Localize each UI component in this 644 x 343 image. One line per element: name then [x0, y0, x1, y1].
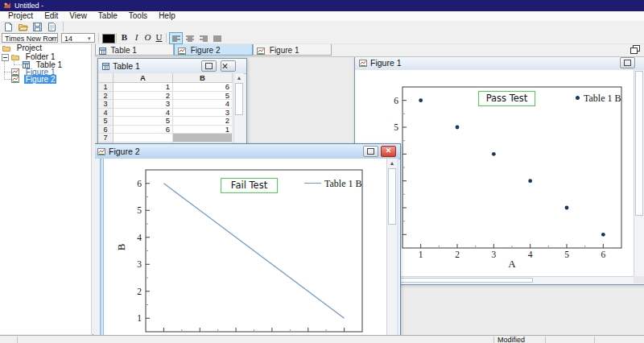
cell-b2[interactable]: 5 — [173, 92, 233, 101]
align-right-icon — [200, 35, 208, 42]
scroll-up-icon[interactable]: ▲ — [234, 73, 244, 82]
row-header[interactable]: 5 — [98, 117, 114, 126]
tree-connector — [14, 64, 22, 65]
corner-header[interactable] — [98, 73, 114, 83]
status-separator — [17, 337, 18, 343]
cell-b4[interactable]: 3 — [173, 109, 233, 118]
cascade-windows-icon[interactable] — [629, 44, 642, 56]
svg-text:3: 3 — [137, 259, 142, 269]
cell-a2[interactable]: 2 — [114, 92, 173, 101]
legend-marker — [576, 96, 580, 100]
figure2-canvas: 123456123456 Fail Test Table 1 B B — [104, 159, 386, 343]
restore-icon — [624, 60, 631, 66]
align-center-button[interactable] — [183, 32, 196, 44]
menu-tools[interactable]: Tools — [123, 11, 153, 21]
figure-icon — [257, 48, 265, 55]
tab-figure2[interactable]: Figure 2 — [174, 43, 253, 56]
save-project-icon[interactable] — [32, 22, 43, 32]
tree-connector — [4, 59, 5, 80]
menu-project[interactable]: Project — [2, 11, 39, 21]
scroll-up-icon[interactable]: ▲ — [387, 159, 397, 167]
svg-text:1: 1 — [137, 313, 142, 323]
align-center-icon — [186, 35, 194, 42]
scrollbar-thumb[interactable] — [235, 83, 243, 115]
row-header[interactable]: 1 — [98, 83, 114, 92]
restore-button[interactable] — [363, 146, 378, 157]
tree-item-project[interactable]: Project — [2, 44, 43, 52]
legend-entry: Table 1 B — [324, 178, 361, 190]
toolbar-separator — [166, 33, 167, 43]
align-justify-button[interactable] — [210, 32, 224, 44]
restore-button[interactable] — [620, 57, 635, 68]
tree-connector — [4, 79, 11, 80]
current-cell-b7[interactable] — [173, 134, 233, 143]
italic-button[interactable]: I — [131, 32, 142, 43]
figure1-titlebar[interactable]: Figure 1 — [355, 56, 644, 71]
table-row: 1 1 6 — [98, 83, 233, 92]
close-icon: ✕ — [382, 147, 395, 156]
column-header-a[interactable]: A — [114, 73, 173, 83]
menu-edit[interactable]: Edit — [39, 11, 64, 21]
menu-table[interactable]: Table — [93, 11, 123, 21]
restore-button[interactable] — [201, 60, 217, 72]
overline-button[interactable]: O — [142, 32, 153, 43]
legend-entry: Table 1 B — [584, 93, 621, 105]
svg-text:5: 5 — [137, 205, 142, 215]
tab-table1[interactable]: Table 1 — [95, 43, 174, 56]
row-header[interactable]: 3 — [98, 100, 114, 109]
tab-label: Figure 1 — [270, 46, 299, 55]
figure1-vertical-scrollbar[interactable] — [634, 70, 644, 276]
underline-button[interactable]: U — [154, 32, 164, 43]
table-icon — [99, 48, 106, 55]
open-project-icon[interactable] — [18, 22, 28, 32]
menu-view[interactable]: View — [64, 11, 93, 21]
collapse-expander-icon[interactable] — [2, 54, 9, 61]
cell-b1[interactable]: 6 — [173, 83, 233, 92]
tab-figure1[interactable]: Figure 1 — [253, 43, 332, 56]
row-header[interactable]: 7 — [98, 134, 114, 143]
figure-icon — [178, 48, 186, 55]
svg-text:6: 6 — [394, 96, 398, 105]
font-size-value: 14 — [64, 35, 72, 43]
font-family-combo[interactable]: Times New Roman ▾ — [2, 33, 58, 43]
text-color-swatch[interactable] — [102, 34, 115, 43]
menubar: Project Edit View Table Tools Help — [0, 11, 644, 21]
window-title: Figure 2 — [109, 147, 361, 156]
close-button[interactable]: ✕ — [221, 60, 236, 72]
cell-b5[interactable]: 2 — [173, 117, 233, 126]
scrollbar-thumb[interactable] — [388, 168, 396, 225]
close-button[interactable]: ✕ — [381, 146, 396, 157]
folder-icon — [11, 54, 19, 60]
cell-a7[interactable] — [114, 134, 173, 143]
cell-b6[interactable]: 1 — [173, 126, 233, 134]
align-right-button[interactable] — [196, 32, 210, 44]
cell-a3[interactable]: 3 — [114, 100, 173, 109]
new-project-icon[interactable] — [3, 22, 14, 32]
column-header-b[interactable]: B — [173, 73, 233, 83]
scrollbar-thumb[interactable] — [635, 71, 643, 216]
figure2-titlebar[interactable]: Figure 2 ✕ — [93, 144, 400, 159]
row-header[interactable]: 2 — [98, 92, 114, 101]
font-size-combo[interactable]: 14 ▾ — [61, 33, 95, 43]
row-header[interactable]: 4 — [98, 109, 114, 118]
figure1-annotation[interactable]: Pass Test — [478, 91, 535, 106]
figure2-vertical-scrollbar[interactable]: ▲ — [386, 159, 397, 343]
svg-text:4: 4 — [137, 233, 142, 242]
cell-a6[interactable]: 6 — [114, 126, 173, 134]
cell-a1[interactable]: 1 — [114, 83, 173, 92]
menu-help[interactable]: Help — [153, 11, 181, 21]
frame-edge — [397, 159, 398, 343]
align-left-button[interactable] — [169, 32, 183, 44]
cell-b3[interactable]: 4 — [173, 100, 233, 109]
row-header[interactable]: 6 — [98, 126, 114, 134]
cell-a4[interactable]: 4 — [114, 109, 173, 118]
bold-button[interactable]: B — [119, 32, 130, 43]
new-note-icon[interactable] — [47, 22, 57, 32]
svg-text:1: 1 — [419, 250, 423, 259]
figure2-annotation[interactable]: Fail Test — [221, 178, 278, 193]
tree-item-figure2[interactable]: Figure 2 — [11, 76, 56, 84]
app-titlebar: Untitled - — [0, 0, 644, 11]
table1-titlebar[interactable]: Table 1 ✕ — [98, 59, 246, 74]
svg-text:2: 2 — [455, 250, 460, 259]
cell-a5[interactable]: 5 — [114, 117, 173, 126]
